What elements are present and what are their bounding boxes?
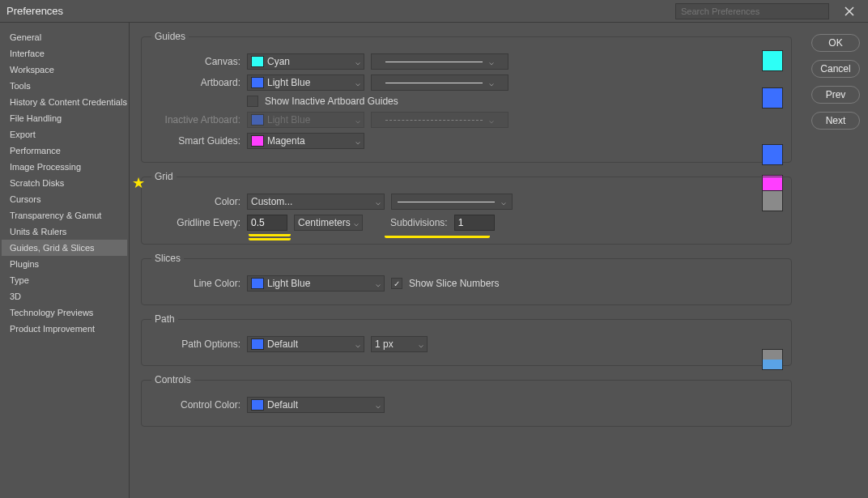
sidebar-item-image-processing[interactable]: Image Processing — [2, 159, 127, 175]
smartguides-label: Smart Guides: — [151, 135, 240, 147]
window-title: Preferences — [6, 5, 675, 17]
sidebar-item-general[interactable]: General — [2, 29, 127, 45]
cancel-button[interactable]: Cancel — [811, 60, 860, 78]
show-inactive-checkbox[interactable] — [247, 96, 258, 107]
guides-legend: Guides — [151, 31, 189, 42]
artboard-color-text: Light Blue — [267, 77, 355, 88]
smartguides-color-text: Magenta — [267, 135, 355, 147]
guides-section: Guides Canvas: Cyan ⌵ ⌵ Artboard: — [141, 31, 792, 163]
content-area: Guides Canvas: Cyan ⌵ ⌵ Artboard: — [130, 23, 803, 498]
canvas-color-dropdown[interactable]: Cyan ⌵ — [247, 53, 364, 70]
prev-button[interactable]: Prev — [811, 86, 860, 104]
sidebar-item-tools[interactable]: Tools — [2, 78, 127, 94]
path-options-label: Path Options: — [151, 338, 240, 350]
path-section: Path Path Options: Default ⌵ 1 px ⌵ — [141, 313, 792, 366]
grid-section: ★ Grid Color: Custom... ⌵ ⌵ Gridline Eve… — [141, 171, 792, 245]
artboard-color-dropdown[interactable]: Light Blue ⌵ — [247, 74, 364, 91]
grid-swatch[interactable] — [762, 190, 783, 211]
sidebar-item-guides-grid-slices[interactable]: Guides, Grid & Slices — [2, 240, 127, 256]
chevron-down-icon: ⌵ — [376, 198, 381, 206]
sidebar: GeneralInterfaceWorkspaceToolsHistory & … — [0, 23, 130, 498]
gridline-every-input[interactable] — [247, 215, 287, 231]
lightblue-swatch-icon — [251, 399, 264, 411]
slices-linecolor-label: Line Color: — [151, 278, 240, 289]
sidebar-item-export[interactable]: Export — [2, 126, 127, 143]
path-options-text: Default — [267, 338, 355, 350]
control-color-text: Default — [267, 399, 376, 411]
sidebar-item-performance[interactable]: Performance — [2, 143, 127, 159]
sidebar-item-file-handling[interactable]: File Handling — [2, 110, 127, 126]
path-options-dropdown[interactable]: Default ⌵ — [247, 336, 364, 352]
gridline-unit-text: Centimeters — [298, 217, 354, 228]
path-swatch[interactable] — [762, 349, 783, 370]
chevron-down-icon: ⌵ — [355, 79, 360, 87]
inactive-color-text: Light Blue — [267, 114, 355, 126]
canvas-swatch[interactable] — [762, 50, 783, 71]
search-input[interactable] — [675, 3, 829, 19]
grid-color-text: Custom... — [251, 196, 376, 207]
sidebar-item-plugins[interactable]: Plugins — [2, 256, 127, 272]
sidebar-item-scratch-disks[interactable]: Scratch Disks — [2, 175, 127, 191]
grid-color-dropdown[interactable]: Custom... ⌵ — [247, 194, 385, 210]
chevron-down-icon: ⌵ — [355, 57, 360, 66]
path-legend: Path — [151, 313, 178, 325]
chevron-down-icon: ⌵ — [354, 219, 359, 228]
show-slice-numbers-checkbox[interactable]: ✓ — [391, 278, 402, 289]
sidebar-item-interface[interactable]: Interface — [2, 45, 127, 62]
sidebar-item-transparency-gamut[interactable]: Transparency & Gamut — [2, 207, 127, 223]
path-width-text: 1 px — [375, 338, 419, 350]
canvas-style-dropdown[interactable]: ⌵ — [371, 53, 508, 70]
show-slice-numbers-label: Show Slice Numbers — [409, 278, 499, 289]
smartguides-color-dropdown[interactable]: Magenta ⌵ — [247, 133, 364, 149]
path-width-dropdown[interactable]: 1 px ⌵ — [371, 336, 428, 352]
magenta-swatch-icon — [251, 135, 264, 147]
artboard-swatch[interactable] — [762, 87, 783, 109]
subdivisions-label: Subdivisions: — [390, 217, 448, 228]
controls-legend: Controls — [151, 374, 194, 385]
next-button[interactable]: Next — [811, 112, 860, 130]
lightblue-swatch-icon — [251, 278, 264, 289]
inactive-color-dropdown[interactable]: Light Blue ⌵ — [247, 112, 364, 128]
sidebar-item-type[interactable]: Type — [2, 272, 127, 288]
chevron-down-icon: ⌵ — [419, 340, 423, 349]
lightblue-swatch-icon — [251, 114, 264, 126]
sidebar-item-technology-previews[interactable]: Technology Previews — [2, 304, 127, 321]
line-dashed-icon — [385, 120, 483, 121]
slices-section: Slices Line Color: Light Blue ⌵ ✓ Show S… — [141, 253, 792, 305]
sidebar-item-workspace[interactable]: Workspace — [2, 62, 127, 78]
artboard-style-dropdown[interactable]: ⌵ — [371, 74, 508, 91]
line-solid-icon — [398, 202, 495, 202]
chevron-down-icon: ⌵ — [376, 279, 381, 288]
annotation-underline-icon — [249, 236, 291, 240]
line-solid-icon — [385, 62, 483, 62]
slices-linecolor-dropdown[interactable]: Light Blue ⌵ — [247, 275, 385, 292]
close-button[interactable] — [837, 3, 862, 19]
gridline-every-label: Gridline Every: — [151, 217, 240, 228]
artboard-label: Artboard: — [151, 77, 240, 88]
sidebar-item-3d[interactable]: 3D — [2, 288, 127, 304]
inactive-style-dropdown[interactable]: ⌵ — [371, 112, 508, 128]
canvas-label: Canvas: — [151, 56, 240, 67]
lightblue-swatch-icon — [251, 77, 264, 88]
sidebar-item-units-rulers[interactable]: Units & Rulers — [2, 223, 127, 240]
ok-button[interactable]: OK — [811, 34, 860, 52]
sidebar-item-history-content-credentials[interactable]: History & Content Credentials — [2, 94, 127, 110]
slices-legend: Slices — [151, 253, 184, 264]
chevron-down-icon: ⌵ — [355, 137, 360, 146]
chevron-down-icon: ⌵ — [355, 340, 360, 349]
inactive-swatch[interactable] — [762, 144, 783, 165]
grid-color-label: Color: — [151, 196, 240, 207]
subdivisions-input[interactable] — [454, 215, 495, 231]
lightblue-swatch-icon — [251, 338, 264, 350]
chevron-down-icon: ⌵ — [376, 401, 381, 410]
canvas-color-text: Cyan — [267, 56, 355, 67]
sidebar-item-cursors[interactable]: Cursors — [2, 191, 127, 207]
sidebar-item-product-improvement[interactable]: Product Improvement — [2, 321, 127, 337]
grid-style-dropdown[interactable]: ⌵ — [391, 194, 513, 210]
inactive-artboard-label: Inactive Artboard: — [151, 114, 240, 126]
show-inactive-label: Show Inactive Artboard Guides — [265, 96, 398, 107]
control-color-dropdown[interactable]: Default ⌵ — [247, 397, 385, 413]
gridline-unit-dropdown[interactable]: Centimeters ⌵ — [294, 215, 363, 231]
star-annotation-icon: ★ — [132, 174, 145, 192]
controls-section: Controls Control Color: Default ⌵ — [141, 374, 792, 427]
